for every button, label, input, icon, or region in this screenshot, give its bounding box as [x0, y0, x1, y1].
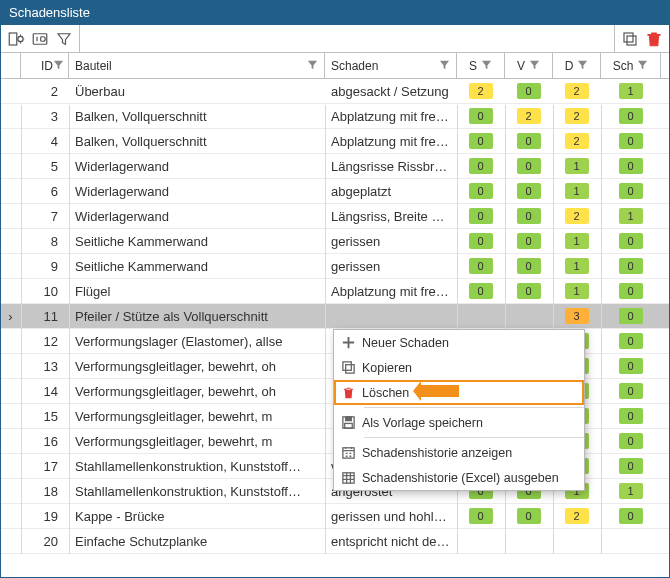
id-cell: 9: [21, 254, 69, 279]
status-badge: 2: [469, 83, 493, 99]
sch-cell: 0: [601, 154, 661, 179]
expand-indicator: [1, 479, 21, 504]
status-badge: 2: [565, 508, 589, 524]
table-row[interactable]: 20Einfache Schutzplankeentspricht nicht …: [1, 529, 669, 554]
schaden-cell: gerissen: [325, 254, 457, 279]
bauteil-cell: Stahllamellenkonstruktion, Kunststoff…: [69, 479, 325, 504]
filter-button[interactable]: [53, 28, 75, 50]
status-badge: 1: [565, 283, 589, 299]
svg-rect-5: [342, 362, 350, 370]
id-cell: 19: [21, 504, 69, 529]
id-cell: 5: [21, 154, 69, 179]
column-label: D: [565, 59, 574, 73]
excel-icon: [334, 470, 362, 485]
context-menu-item[interactable]: Schadenshistorie (Excel) ausgeben: [334, 465, 584, 490]
status-badge: 0: [517, 508, 541, 524]
status-badge: 0: [619, 458, 643, 474]
schaden-cell: gerissen und hohl klir: [325, 504, 457, 529]
status-badge: 1: [619, 83, 643, 99]
bauteil-cell: Seitliche Kammerwand: [69, 229, 325, 254]
svg-rect-10: [342, 448, 353, 458]
status-badge: 0: [469, 258, 493, 274]
expand-indicator: [1, 229, 21, 254]
context-menu-item[interactable]: Löschen: [334, 380, 584, 405]
show-id-button[interactable]: [29, 28, 51, 50]
filter-icon[interactable]: [481, 59, 492, 73]
status-badge: 0: [469, 233, 493, 249]
schaden-cell: Längsriss, Breite 0,3 n: [325, 204, 457, 229]
filter-icon[interactable]: [53, 59, 64, 73]
table-row[interactable]: ›11Pfeiler / Stütze als Vollquerschnitt3…: [1, 304, 669, 329]
context-menu-item[interactable]: Neuer Schaden: [334, 330, 584, 355]
svg-rect-6: [345, 365, 353, 373]
calendar-icon: [334, 445, 362, 460]
sch-cell: 0: [601, 379, 661, 404]
table-row[interactable]: 2Überbauabgesackt / Setzung2021: [1, 79, 669, 104]
expand-indicator: [1, 279, 21, 304]
configure-columns-button[interactable]: [5, 28, 27, 50]
context-menu-item[interactable]: Kopieren: [334, 355, 584, 380]
table-row[interactable]: 7WiderlagerwandLängsriss, Breite 0,3 n00…: [1, 204, 669, 229]
s-cell: 0: [457, 279, 505, 304]
status-badge: 0: [619, 133, 643, 149]
bauteil-cell: Verformungsgleitlager, bewehrt, oh: [69, 379, 325, 404]
s-cell: 0: [457, 254, 505, 279]
bauteil-cell: Stahllamellenkonstruktion, Kunststoff…: [69, 454, 325, 479]
status-badge: 0: [469, 283, 493, 299]
id-cell: 7: [21, 204, 69, 229]
table-row[interactable]: 8Seitliche Kammerwandgerissen0010: [1, 229, 669, 254]
schaden-cell: Längsrisse Rissbreite ‹: [325, 154, 457, 179]
d-column-header[interactable]: D: [553, 53, 601, 78]
delete-button[interactable]: [643, 28, 665, 50]
filter-icon[interactable]: [577, 59, 588, 73]
table-row[interactable]: 19Kappe - Brückegerissen und hohl klir00…: [1, 504, 669, 529]
d-cell: 1: [553, 154, 601, 179]
context-menu-item[interactable]: Schadenshistorie anzeigen: [334, 440, 584, 465]
id-column-header[interactable]: ID: [21, 53, 69, 78]
status-badge: 0: [619, 383, 643, 399]
sch-column-header[interactable]: Sch: [601, 53, 661, 78]
filter-icon[interactable]: [307, 59, 318, 73]
table-row[interactable]: 4Balken, VollquerschnittAbplatzung mit f…: [1, 129, 669, 154]
table-row[interactable]: 9Seitliche Kammerwandgerissen0010: [1, 254, 669, 279]
id-cell: 11: [21, 304, 69, 329]
s-cell: 0: [457, 229, 505, 254]
id-cell: 17: [21, 454, 69, 479]
table-row[interactable]: 6Widerlagerwandabgeplatzt0010: [1, 179, 669, 204]
svg-rect-0: [9, 33, 17, 45]
sch-cell: 0: [601, 129, 661, 154]
id-cell: 3: [21, 104, 69, 129]
expand-indicator: [1, 404, 21, 429]
column-label: Schaden: [331, 59, 378, 73]
table-row[interactable]: 3Balken, VollquerschnittAbplatzung mit f…: [1, 104, 669, 129]
d-cell: 2: [553, 104, 601, 129]
bauteil-column-header[interactable]: Bauteil: [69, 53, 325, 78]
expand-indicator: [1, 104, 21, 129]
context-menu-item[interactable]: Als Vorlage speichern: [334, 410, 584, 435]
sch-cell: 0: [601, 279, 661, 304]
filter-icon[interactable]: [637, 59, 648, 73]
schaden-cell: entspricht nicht den V: [325, 529, 457, 554]
menu-item-label: Neuer Schaden: [362, 336, 449, 350]
v-column-header[interactable]: V: [505, 53, 553, 78]
table-row[interactable]: 5WiderlagerwandLängsrisse Rissbreite ‹00…: [1, 154, 669, 179]
sch-cell: 1: [601, 204, 661, 229]
s-column-header[interactable]: S: [457, 53, 505, 78]
schaden-column-header[interactable]: Schaden: [325, 53, 457, 78]
duplicate-button[interactable]: [619, 28, 641, 50]
status-badge: 0: [619, 108, 643, 124]
filter-icon[interactable]: [529, 59, 540, 73]
status-badge: 0: [517, 208, 541, 224]
bauteil-cell: Überbau: [69, 79, 325, 104]
svg-rect-4: [627, 36, 636, 45]
expand-indicator: [1, 179, 21, 204]
filter-icon[interactable]: [439, 59, 450, 73]
v-cell: 0: [505, 154, 553, 179]
schaden-cell: gerissen: [325, 229, 457, 254]
expand-indicator: [1, 329, 21, 354]
status-badge: 0: [517, 183, 541, 199]
table-row[interactable]: 10FlügelAbplatzung mit freilie0010: [1, 279, 669, 304]
expand-indicator: [1, 504, 21, 529]
d-cell: 2: [553, 79, 601, 104]
sch-cell: 0: [601, 304, 661, 329]
